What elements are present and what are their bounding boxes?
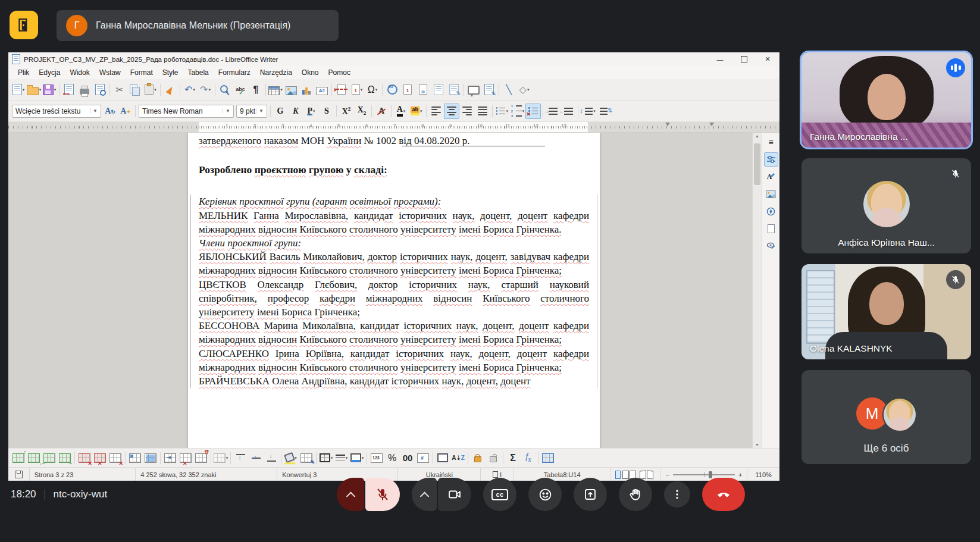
formula-icon[interactable]: fx: [521, 450, 536, 466]
insert-row-below-icon[interactable]: ↓: [26, 450, 42, 466]
camera-options-chevron-icon[interactable]: [412, 478, 437, 511]
underline-icon[interactable]: P▾: [303, 104, 319, 119]
open-icon[interactable]: ▾: [26, 82, 42, 98]
participant-tile[interactable]: MЩе 6 осіб: [801, 370, 971, 464]
paragraph-style-combo[interactable]: Wcięcie treści tekstu▼: [12, 105, 101, 118]
captions-button[interactable]: cc: [483, 478, 516, 511]
gallery-icon[interactable]: [764, 187, 778, 201]
superscript-icon[interactable]: X2: [339, 104, 354, 119]
menu-widok[interactable]: Widok: [65, 67, 94, 78]
subscript-icon[interactable]: X2: [354, 104, 370, 119]
spelling-icon[interactable]: abc: [233, 82, 248, 98]
mic-off-icon[interactable]: [365, 478, 400, 511]
basic-shapes-icon[interactable]: ◇▾: [516, 82, 532, 98]
menu-formularz[interactable]: Formularz: [214, 67, 255, 78]
decrease-indent-icon[interactable]: [561, 104, 576, 119]
insert-image-icon[interactable]: [283, 82, 299, 98]
font-color-icon[interactable]: A▾: [393, 104, 409, 119]
print-icon[interactable]: [77, 82, 92, 98]
split-cells-icon[interactable]: ✕: [178, 450, 193, 466]
center-vertically-icon[interactable]: [248, 450, 264, 466]
insert-column-before-icon[interactable]: ←: [42, 450, 57, 466]
clear-formatting-icon[interactable]: A: [374, 104, 389, 119]
reactions-button[interactable]: [528, 478, 562, 511]
delete-table-icon[interactable]: ✕: [108, 450, 123, 466]
ruler-indent-marker[interactable]: [709, 123, 714, 126]
select-table-icon[interactable]: [143, 450, 158, 466]
accessibility-check-icon[interactable]: [764, 239, 778, 253]
bold-icon[interactable]: G: [273, 104, 288, 119]
participant-tile[interactable]: Olena KALASHNYK: [801, 264, 971, 359]
highlight-color-icon[interactable]: ab▾: [409, 104, 424, 119]
track-changes-icon[interactable]: [481, 82, 497, 98]
scroll-up-icon[interactable]: ▲: [753, 134, 762, 138]
align-top-icon[interactable]: [233, 450, 248, 466]
table-properties-icon[interactable]: [540, 450, 556, 466]
present-button[interactable]: [574, 478, 607, 511]
scrollbar-thumb[interactable]: [754, 143, 760, 185]
unprotect-cells-icon[interactable]: [486, 450, 501, 466]
decimal-format-icon[interactable]: 00: [400, 450, 415, 466]
number-recognition-icon[interactable]: 123: [369, 450, 384, 466]
number-format-icon[interactable]: #: [415, 450, 431, 466]
insert-column-after-icon[interactable]: →: [57, 450, 73, 466]
participant-tile[interactable]: Анфіса Юріївна Наш...: [801, 158, 971, 253]
horizontal-ruler[interactable]: 12345678910111213: [8, 122, 779, 133]
table-edit-icon[interactable]: ✎: [299, 450, 314, 466]
line-spacing-icon[interactable]: ▾: [580, 104, 596, 119]
properties-icon[interactable]: [764, 152, 778, 167]
raise-hand-button[interactable]: [619, 478, 652, 511]
cross-reference-icon[interactable]: [446, 82, 462, 98]
end-call-button[interactable]: [702, 478, 745, 511]
percent-format-icon[interactable]: %: [384, 450, 400, 466]
word-count-status[interactable]: 4 252 słowa, 32 352 znaki: [136, 468, 277, 481]
delete-row-icon[interactable]: ✕: [77, 450, 92, 466]
styles-icon[interactable]: A: [764, 170, 778, 184]
presenter-pill[interactable]: Г Ганна Мирославівна Мельник (Презентаці…: [57, 10, 339, 41]
autoformat-icon[interactable]: ▾: [213, 450, 228, 466]
paragraph-spacing-icon[interactable]: [596, 104, 611, 119]
cut-icon[interactable]: ✂: [112, 82, 127, 98]
border-style-icon[interactable]: ▾: [334, 450, 349, 466]
print-preview-icon[interactable]: [92, 82, 108, 98]
split-table-icon[interactable]: ⇈: [193, 450, 209, 466]
insert-endnote-icon[interactable]: (i): [415, 82, 431, 98]
align-center-icon[interactable]: [444, 104, 459, 119]
menu-style[interactable]: Style: [158, 67, 183, 78]
navigator-icon[interactable]: [764, 204, 778, 218]
redo-icon[interactable]: ↷▾: [198, 82, 213, 98]
scroll-down-icon[interactable]: ▼: [753, 443, 762, 447]
restore-icon[interactable]: [732, 52, 756, 66]
sum-icon[interactable]: Σ: [505, 450, 521, 466]
find-replace-icon[interactable]: a: [217, 82, 233, 98]
increase-indent-icon[interactable]: [545, 104, 561, 119]
undo-icon[interactable]: ↶▾: [182, 82, 198, 98]
vertical-scrollbar[interactable]: ▲ ▼: [752, 133, 762, 448]
paste-icon[interactable]: ▾: [143, 82, 158, 98]
align-bottom-icon[interactable]: [264, 450, 279, 466]
font-size-combo[interactable]: 9 pkt▼: [236, 105, 267, 118]
sort-icon[interactable]: A⇣Z: [450, 450, 466, 466]
participant-tile[interactable]: Ганна Мирославівна ...: [801, 52, 971, 148]
no-list-icon[interactable]: [525, 104, 541, 119]
page-break-icon[interactable]: [334, 82, 349, 98]
border-color-icon[interactable]: ▾: [349, 450, 365, 466]
insert-field-icon[interactable]: 1▾: [349, 82, 365, 98]
protect-cells-icon[interactable]: [470, 450, 486, 466]
new-style-icon[interactable]: A✦: [118, 104, 133, 119]
mic-options-chevron-icon[interactable]: [337, 478, 364, 511]
page-icon[interactable]: [764, 221, 778, 236]
more-options-button[interactable]: [664, 481, 690, 507]
select-cell-icon[interactable]: [127, 450, 143, 466]
clone-formatting-icon[interactable]: [162, 82, 178, 98]
export-pdf-icon[interactable]: [61, 82, 77, 98]
menu-narzędzia[interactable]: Narzędzia: [255, 67, 297, 78]
update-style-icon[interactable]: A↻: [102, 104, 118, 119]
borders-icon[interactable]: ▾: [318, 450, 334, 466]
insert-chart-icon[interactable]: [299, 82, 314, 98]
close-icon[interactable]: ✕: [756, 52, 779, 66]
insert-row-above-icon[interactable]: ↑: [11, 450, 26, 466]
bookmark-icon[interactable]: [431, 82, 446, 98]
formatting-marks-icon[interactable]: ¶: [248, 82, 264, 98]
insert-footnote-icon[interactable]: 1: [400, 82, 415, 98]
